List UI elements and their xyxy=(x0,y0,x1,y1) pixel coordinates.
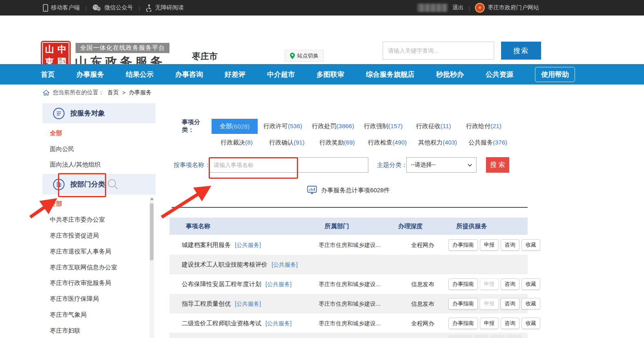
nav-item-help[interactable]: 使用帮助 xyxy=(535,67,575,82)
consult-button[interactable]: 咨询 xyxy=(501,239,519,251)
category-item[interactable]: 行政征收(11) xyxy=(408,122,459,130)
target-item-all[interactable]: 全部 xyxy=(50,129,62,137)
item-search-button[interactable]: 搜 索 xyxy=(486,157,509,173)
category-count: (376) xyxy=(493,139,507,146)
department-search-icon[interactable] xyxy=(107,178,118,190)
category-item[interactable]: 行政裁决(8) xyxy=(212,139,262,147)
favorite-button[interactable]: 收藏 xyxy=(521,239,540,251)
favorite-button[interactable]: 收藏 xyxy=(521,318,540,329)
site-switch-label: 站点切换 xyxy=(297,52,319,60)
department-item[interactable]: 枣庄市医疗保障局 xyxy=(50,295,99,303)
item-name-link[interactable]: 城建档案利用服务 xyxy=(182,241,231,248)
item-name-link[interactable]: 公布保障性安居工程年度计划 xyxy=(182,280,261,287)
logout-link[interactable]: 退出 xyxy=(452,4,464,11)
city-name: 枣庄市 xyxy=(192,51,218,62)
consult-button[interactable]: 咨询 xyxy=(501,318,519,329)
topic-select[interactable]: --请选择-- xyxy=(406,157,477,173)
category-item[interactable]: 公共服务(376) xyxy=(463,139,513,147)
guide-button[interactable]: 办事指南 xyxy=(448,298,478,309)
header-search-button[interactable]: 搜索 xyxy=(501,42,541,60)
category-count: (69) xyxy=(344,139,355,146)
sidebar-section-by-department[interactable]: 按部门分类 xyxy=(42,174,156,195)
scroll-up-icon[interactable] xyxy=(150,198,154,200)
department-item[interactable]: 枣庄市互联网信息办公室 xyxy=(50,264,117,271)
item-name-cell: 建设技术工人职业技能考核评价[公共服务] xyxy=(182,261,298,269)
row-actions: 办事指南 申报 咨询 收藏 xyxy=(448,239,540,251)
nav-item-home[interactable]: 首页 xyxy=(41,70,55,79)
category-item[interactable]: 行政许可(536) xyxy=(258,122,308,130)
breadcrumb-separator: > xyxy=(122,89,125,96)
category-name: 行政强制 xyxy=(364,122,388,129)
department-item[interactable]: 枣庄市行政审批服务局 xyxy=(50,279,111,287)
department-cell: 枣庄市住房和城乡建设... xyxy=(319,281,381,288)
category-item[interactable]: 其他权力(403) xyxy=(412,139,463,147)
public-service-tag[interactable]: [公共服务] xyxy=(272,261,298,268)
nav-item-flagship-store[interactable]: 综合服务旗舰店 xyxy=(366,70,414,79)
department-item-all[interactable]: 全部 xyxy=(50,200,62,208)
breadcrumb-home[interactable]: 首页 xyxy=(107,89,119,96)
nav-item-multi-review[interactable]: 多图联审 xyxy=(316,70,344,79)
target-item-citizen[interactable]: 面向公民 xyxy=(50,145,74,153)
guide-button[interactable]: 办事指南 xyxy=(448,239,478,251)
keyword-search-input[interactable] xyxy=(383,42,494,60)
category-item[interactable]: 行政检查(490) xyxy=(362,139,412,147)
nav-item-public-resources[interactable]: 公共资源 xyxy=(486,70,513,79)
category-item[interactable]: 行政奖励(69) xyxy=(312,139,362,147)
wechat-link[interactable]: 微信公众号 xyxy=(92,4,133,11)
public-service-tag[interactable]: [公共服务] xyxy=(265,281,292,287)
apply-button[interactable]: 申报 xyxy=(480,239,499,251)
site-switch-button[interactable]: 站点切换 xyxy=(285,50,324,62)
total-items-stat: 办事服务总计事项6028件 xyxy=(169,186,528,195)
category-name: 行政裁决 xyxy=(221,139,245,146)
building-circle-icon xyxy=(53,179,65,190)
nav-item-results[interactable]: 结果公示 xyxy=(126,70,154,79)
nav-item-rating[interactable]: 好差评 xyxy=(225,70,245,79)
accessibility-link[interactable]: 无障碍阅读 xyxy=(146,4,184,12)
public-service-tag[interactable]: [公共服务] xyxy=(235,300,261,307)
public-service-tag[interactable]: [公共服务] xyxy=(235,242,261,248)
category-all-selected[interactable]: 全部(6028) xyxy=(212,119,258,134)
topbar-separator: | xyxy=(469,5,470,11)
button-shell xyxy=(474,335,488,338)
favorite-button[interactable]: 收藏 xyxy=(521,278,540,290)
sidebar-scrollbar[interactable] xyxy=(149,197,154,338)
department-item[interactable]: 中共枣庄市委办公室 xyxy=(50,216,105,224)
public-service-tag[interactable]: [公共服务] xyxy=(265,320,292,327)
consult-button[interactable]: 咨询 xyxy=(501,278,519,290)
category-item[interactable]: 行政给付(21) xyxy=(459,122,509,130)
guide-button[interactable]: 办事指南 xyxy=(448,318,478,329)
department-item[interactable]: 枣庄市投资促进局 xyxy=(50,232,99,240)
page: 移动客户端 | 微信公众号 | 无障碍阅读 退出 | ★ xyxy=(0,0,644,338)
department-item[interactable]: 枣庄市气象局 xyxy=(50,311,87,319)
department-item[interactable]: 枣庄市妇联 xyxy=(50,327,80,335)
category-count: (6028) xyxy=(232,123,250,130)
chevron-down-icon xyxy=(468,164,472,167)
category-filter-row2: 行政裁决(8) 行政确认(91) 行政奖励(69) 行政检查(490) 其他权力… xyxy=(169,139,513,147)
nav-item-instant-approval[interactable]: 秒批秒办 xyxy=(436,70,464,79)
item-name-link[interactable]: 二级造价工程师职业资格考试 xyxy=(182,320,261,327)
category-item[interactable]: 行政确认(91) xyxy=(262,139,312,147)
table-row: 建设技术工人职业技能考核评价[公共服务] xyxy=(169,255,528,274)
scrollbar-thumb[interactable] xyxy=(150,203,154,260)
consult-button[interactable]: 咨询 xyxy=(501,298,519,309)
mobile-client-link[interactable]: 移动客户端 xyxy=(43,4,80,12)
target-item-legal-person[interactable]: 面向法人/其他组织 xyxy=(50,161,100,169)
sidebar-section-by-target[interactable]: 按服务对象 xyxy=(42,103,156,123)
apply-button[interactable]: 申报 xyxy=(480,318,499,329)
nav-item-agency-market[interactable]: 中介超市 xyxy=(267,70,295,79)
category-item[interactable]: 行政强制(157) xyxy=(358,122,408,130)
nav-item-consult[interactable]: 办事咨询 xyxy=(175,70,203,79)
gov-portal-link[interactable]: ★ 枣庄市政府门户网站 xyxy=(475,3,539,13)
department-item[interactable]: 枣庄市退役军人事务局 xyxy=(50,248,111,256)
category-name: 行政征收 xyxy=(416,122,441,129)
item-name-link[interactable]: 指导工程质量创优 xyxy=(182,300,231,307)
category-count: (157) xyxy=(388,122,403,129)
favorite-button[interactable]: 收藏 xyxy=(521,298,540,309)
nav-item-services[interactable]: 办事服务 xyxy=(76,70,104,79)
item-name-link[interactable]: 建设技术工人职业技能考核评价 xyxy=(182,261,267,268)
category-item[interactable]: 行政处罚(3866) xyxy=(308,122,358,130)
item-name-input[interactable] xyxy=(209,157,368,173)
guide-button[interactable]: 办事指南 xyxy=(448,278,478,290)
accessibility-label: 无障碍阅读 xyxy=(155,4,184,11)
item-name-label: 按事项名称： xyxy=(174,161,210,169)
